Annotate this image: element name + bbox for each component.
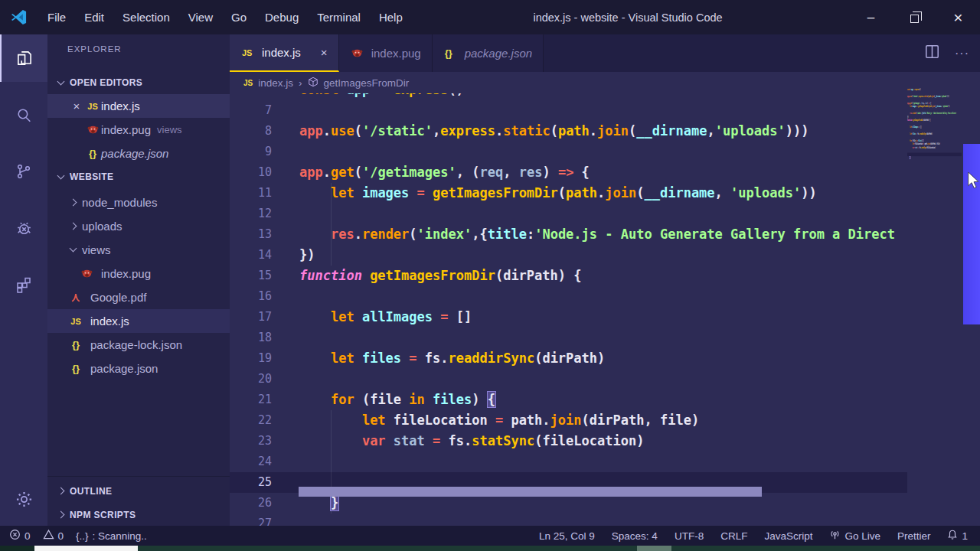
code-line-9: 9 xyxy=(230,142,907,162)
status-broadcast[interactable]: Go Live xyxy=(829,529,880,543)
project-folder-header[interactable]: WEBSITE xyxy=(47,167,230,187)
json-file-icon: {} xyxy=(445,47,465,59)
code-line-16: 16 xyxy=(230,286,907,307)
tree-item-node_modules[interactable]: node_modules xyxy=(47,191,230,214)
tab-index.js[interactable]: JSindex.js× xyxy=(230,34,339,72)
line-number: 27 xyxy=(230,514,272,526)
tree-item-label: index.js xyxy=(90,315,129,328)
minimap[interactable]: const app = express()app.use('/static',e… xyxy=(907,88,962,517)
section-label: NPM SCRIPTS xyxy=(70,510,136,520)
tab-label: package.json xyxy=(465,47,532,60)
code-line-7: 7 xyxy=(230,100,907,121)
line-number: 15 xyxy=(230,266,272,286)
activity-source-control-icon[interactable] xyxy=(0,148,47,195)
sidebar-title: EXPLORER xyxy=(67,44,122,54)
horizontal-scrollbar[interactable] xyxy=(299,487,762,497)
close-button[interactable]: × xyxy=(936,0,980,34)
code-line-27 xyxy=(907,160,962,163)
tree-item-views[interactable]: views xyxy=(47,238,230,262)
activity-gear-icon[interactable] xyxy=(0,475,47,523)
code-text: function getImagesFromDir(dirPath) { xyxy=(299,266,582,286)
close-icon[interactable]: × xyxy=(69,99,84,112)
tree-item-uploads[interactable]: uploads xyxy=(47,214,230,238)
minimize-button[interactable]: – xyxy=(849,0,893,34)
status-crlf[interactable]: CRLF xyxy=(720,530,747,542)
breadcrumb-symbol[interactable]: getImagesFromDir xyxy=(324,77,410,89)
line-number: 26 xyxy=(230,493,272,514)
code-viewport[interactable]: 6const app = express()78app.use('/static… xyxy=(230,93,907,526)
breadcrumb-file[interactable]: index.js xyxy=(258,77,293,89)
status-prettier[interactable]: Prettier xyxy=(897,530,931,542)
tree-item-Google.pdf[interactable]: Google.pdf xyxy=(47,285,230,309)
pug-file-icon xyxy=(78,269,95,279)
warning-icon xyxy=(43,529,54,543)
menu-help[interactable]: Help xyxy=(370,0,412,34)
breadcrumb-separator: › xyxy=(299,77,302,89)
chevron-right-icon xyxy=(57,511,65,519)
title-bar: FileEditSelectionViewGoDebugTerminalHelp… xyxy=(0,0,980,34)
menu-edit[interactable]: Edit xyxy=(75,0,113,34)
activity-extensions-icon[interactable] xyxy=(0,261,47,308)
tree-item-package-lock.json[interactable]: {}package-lock.json xyxy=(47,333,230,357)
menu-go[interactable]: Go xyxy=(222,0,256,34)
tab-label: index.js xyxy=(262,46,301,59)
restore-button[interactable] xyxy=(893,0,936,34)
status-bell[interactable]: 1 xyxy=(947,529,968,543)
tree-item-label: node_modules xyxy=(82,196,157,209)
status-label: Prettier xyxy=(897,530,931,542)
activity-debug-icon[interactable] xyxy=(0,204,47,252)
status-warning[interactable]: 0 xyxy=(43,529,64,543)
tree-item-label: views xyxy=(82,243,111,256)
code-text: res.render('index',{title:'Node.js - Aut… xyxy=(907,112,956,115)
open-editor-package.json[interactable]: {}package.json xyxy=(47,142,230,165)
activity-explorer-icon[interactable] xyxy=(0,34,47,82)
code-text: } xyxy=(907,156,910,159)
tree-item-package.json[interactable]: {}package.json xyxy=(47,357,230,380)
tree-item-index.js[interactable]: JSindex.js xyxy=(47,309,230,333)
open-editor-index.pug[interactable]: index.pugviews xyxy=(47,118,230,142)
code-text: res.render('index',{title:'Node.js - Aut… xyxy=(299,224,895,245)
tab-package.json[interactable]: {}package.json xyxy=(433,34,544,72)
activity-search-icon[interactable] xyxy=(0,91,47,139)
menu-file[interactable]: File xyxy=(38,0,75,34)
tab-index.pug[interactable]: index.pug xyxy=(339,34,433,72)
status-label: 0 xyxy=(24,530,31,542)
indent-guide xyxy=(331,410,332,514)
js-file-icon: JS xyxy=(243,79,253,87)
menu-debug[interactable]: Debug xyxy=(256,0,308,34)
section-npm-scripts[interactable]: NPM SCRIPTS xyxy=(47,503,230,527)
line-number: 6 xyxy=(230,93,272,100)
code-text: let allImages = [] xyxy=(907,126,921,129)
line-number: 23 xyxy=(230,431,272,452)
menu-view[interactable]: View xyxy=(179,0,222,34)
code-text: app.use('/static',express.static(path.jo… xyxy=(299,121,809,142)
status-braces[interactable]: {..}: Scanning.. xyxy=(76,530,147,542)
code-text: var stat = fs.statSync(fileLocation) xyxy=(299,431,644,452)
menu-terminal[interactable]: Terminal xyxy=(308,0,370,34)
tree-item-label: package.json xyxy=(90,362,158,375)
more-actions-icon[interactable]: ··· xyxy=(955,47,969,60)
status-utf-8[interactable]: UTF-8 xyxy=(675,530,704,542)
json-file-icon: {} xyxy=(67,339,84,350)
status-error[interactable]: 0 xyxy=(9,529,31,543)
vertical-scrollbar[interactable] xyxy=(963,144,980,324)
menu-selection[interactable]: Selection xyxy=(113,0,179,34)
activity-bar xyxy=(0,34,47,526)
close-icon[interactable]: × xyxy=(321,46,328,59)
braces-icon: {..} xyxy=(76,530,89,542)
code-line-19: 19 let files = fs.readdirSync(dirPath) xyxy=(230,348,907,369)
line-number: 13 xyxy=(230,224,272,245)
split-editor-icon[interactable] xyxy=(925,44,939,62)
line-number: 17 xyxy=(230,307,272,328)
chevron-down-icon xyxy=(57,77,65,85)
js-file-icon: JS xyxy=(67,317,84,326)
tree-item-index.pug[interactable]: index.pug xyxy=(47,262,230,285)
file-label: package.json xyxy=(101,147,168,160)
open-editors-header[interactable]: OPEN EDITORS xyxy=(47,73,230,93)
status-spaces-4[interactable]: Spaces: 4 xyxy=(612,530,658,542)
status-label: CRLF xyxy=(720,530,747,542)
section-outline[interactable]: OUTLINE xyxy=(47,479,230,503)
open-editor-index.js[interactable]: ×JSindex.js xyxy=(47,94,230,118)
status-ln-25-col-9[interactable]: Ln 25, Col 9 xyxy=(539,530,595,542)
status-javascript[interactable]: JavaScript xyxy=(764,530,812,542)
